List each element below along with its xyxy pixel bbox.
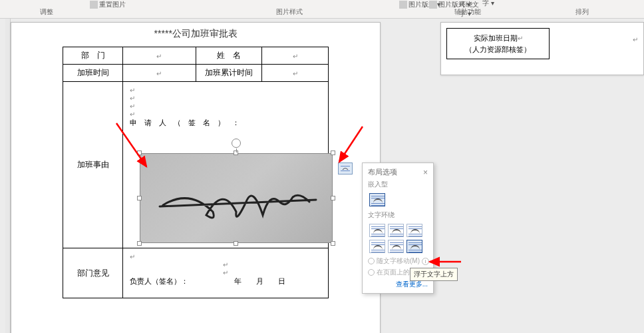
- page-right[interactable]: 实际加班日期↵ （人力资源部核签） ↵: [440, 22, 644, 75]
- opinion-content-cell[interactable]: ↵ ↵ ↵ 负责人（签名）： 年 月 日: [123, 248, 329, 298]
- mini-line2: （人力资源部核签）: [465, 45, 531, 53]
- wrap-topbottom-option[interactable]: [369, 240, 385, 253]
- radio-move-label: 随文字移动(M): [377, 256, 420, 266]
- resize-handle-tr[interactable]: [331, 151, 335, 155]
- responsible-line: 负责人（签名）：: [130, 277, 188, 285]
- overtime-total-value-cell[interactable]: ↵: [262, 65, 329, 82]
- overtime-label-cell: 加班时间: [63, 65, 123, 82]
- svg-rect-0: [341, 166, 350, 166]
- reset-icon: [90, 1, 98, 9]
- mini-cell: 实际加班日期↵ （人力资源部核签）: [447, 29, 550, 59]
- layout-trigger-icon: [340, 165, 351, 172]
- popup-close-button[interactable]: ×: [423, 168, 428, 177]
- wrap-tight-option[interactable]: [388, 224, 404, 237]
- dept-value-cell[interactable]: ↵: [123, 47, 196, 65]
- wrap-behind-option[interactable]: [388, 240, 404, 253]
- form-title: *****公司加班审批表: [11, 28, 380, 40]
- wrap-front-option[interactable]: [406, 240, 422, 253]
- wrap-icons-row2: [368, 238, 428, 254]
- resize-handle-br[interactable]: [331, 241, 335, 246]
- inline-icons-row: [368, 192, 428, 208]
- table-row-opinion: 部门意见 ↵ ↵ ↵ 负责人（签名）： 年 月 日: [63, 248, 329, 298]
- popup-title: 布局选项: [368, 167, 397, 177]
- radio-icon: [368, 258, 375, 264]
- wrap-inline-option[interactable]: [369, 193, 385, 206]
- ribbon-group-adjust: 调整: [30, 7, 63, 17]
- vertical-ruler: [5, 19, 11, 333]
- applicant-line: 申 请 人 （ 签 名 ） ：: [130, 119, 240, 127]
- table-row: 加班时间 ↵ 加班累计时间 ↵: [63, 65, 329, 82]
- mini-line1: 实际加班日期: [474, 34, 518, 42]
- opinion-date-line: 年 月 日: [234, 277, 285, 285]
- char-button[interactable]: 字 ▾: [482, 0, 494, 8]
- svg-rect-1: [341, 170, 350, 171]
- layout-icon: [399, 1, 407, 9]
- format-icon: [429, 1, 437, 9]
- resize-handle-l[interactable]: [137, 196, 142, 200]
- opinion-label-cell: 部门意见: [63, 248, 123, 298]
- layout-options-trigger[interactable]: [338, 163, 353, 174]
- ribbon-group-style: 图片样式: [269, 7, 309, 17]
- wrap-tooltip: 浮于文字上方: [410, 268, 458, 281]
- table-row: 部 门 ↵ 姓 名 ↵: [63, 47, 329, 65]
- wrap-section-label: 文字环绕: [368, 210, 428, 220]
- overtime-value-cell[interactable]: ↵: [123, 65, 196, 82]
- name-label-cell: 姓 名: [196, 47, 262, 65]
- resize-handle-r[interactable]: [331, 196, 335, 200]
- see-more-link[interactable]: 查看更多...: [368, 280, 428, 289]
- signature-stroke: [150, 165, 323, 232]
- signature-image[interactable]: [140, 153, 333, 243]
- rotate-handle[interactable]: [232, 139, 241, 148]
- reset-pic-label: 重置图片: [99, 0, 126, 9]
- popup-header: 布局选项 ×: [368, 167, 428, 177]
- overtime-total-label-cell: 加班累计时间: [196, 65, 262, 82]
- char-label: 字 ▾: [482, 0, 494, 8]
- resize-handle-b[interactable]: [234, 241, 238, 246]
- resize-handle-bl[interactable]: [137, 241, 142, 246]
- mini-table: 实际加班日期↵ （人力资源部核签）: [446, 28, 550, 59]
- info-icon[interactable]: i: [422, 258, 429, 265]
- wrap-through-option[interactable]: [406, 224, 422, 237]
- reason-label-cell: 加班事由: [63, 82, 123, 248]
- wrap-square-option[interactable]: [369, 224, 385, 237]
- radio-move-with-text[interactable]: 随文字移动(M) i: [368, 256, 428, 266]
- resize-handle-tl[interactable]: [137, 151, 142, 155]
- ribbon-group-aux: 辅助功能: [452, 7, 482, 17]
- wrap-icons-row1: [368, 222, 428, 238]
- inline-section-label: 嵌入型: [368, 180, 428, 189]
- radio-icon: [368, 269, 375, 276]
- name-value-cell[interactable]: ↵: [262, 47, 329, 65]
- reset-picture-button[interactable]: 重置图片: [90, 0, 126, 9]
- signature-image-selection[interactable]: [140, 153, 333, 243]
- ribbon-bar: 重置图片 调整 图片样式 图片版式 ▾ 图片版式 ▾ 环绕文字 ▾ 辅助功能 字…: [0, 0, 644, 19]
- dept-label-cell: 部 门: [63, 47, 123, 65]
- ribbon-group-arrange: 排列: [569, 7, 595, 17]
